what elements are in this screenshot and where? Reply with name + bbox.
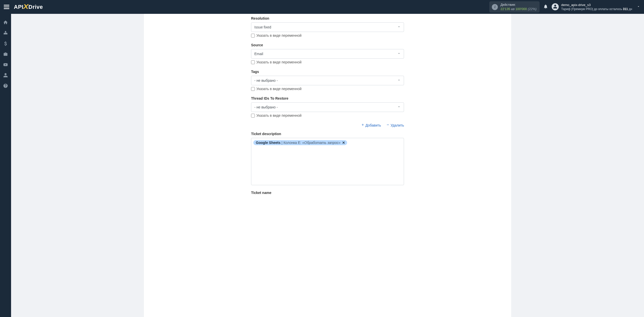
user-icon — [3, 73, 8, 78]
info-icon: i — [492, 4, 498, 10]
sidebar-help[interactable] — [0, 81, 11, 91]
ticket-description-input[interactable]: Google Sheets | Колонка E: «Обработать з… — [251, 138, 404, 185]
resolution-variable-checkbox[interactable] — [251, 34, 255, 37]
tags-label: Tags — [251, 70, 404, 74]
tag-separator: | — [281, 141, 283, 145]
thread-ids-actions: Добавить Удалить — [251, 123, 404, 127]
sidebar-home[interactable] — [0, 17, 11, 28]
field-source: Source Email Указать в виде переменной — [251, 43, 404, 64]
ticket-description-label: Ticket description — [251, 132, 404, 136]
main-content: Resolution Issue fixed Указать в виде пе… — [11, 14, 644, 317]
actions-used: 22'135 — [500, 7, 510, 11]
resolution-variable-toggle[interactable]: Указать в виде переменной — [251, 33, 404, 37]
actions-quota-badge[interactable]: i Действия: 22'135 из 100'000 (22%) — [489, 1, 539, 13]
tag-column: Колонка E: — [284, 141, 301, 145]
sidebar-briefcase[interactable] — [0, 49, 11, 60]
thread-ids-label: Thread IDs To Restore — [251, 96, 404, 100]
form-panel: Resolution Issue fixed Указать в виде пе… — [144, 14, 511, 317]
actions-label: Действия: — [500, 3, 536, 7]
thread-ids-variable-toggle[interactable]: Указать в виде переменной — [251, 113, 404, 117]
add-button[interactable]: Добавить — [361, 123, 381, 127]
source-variable-toggle[interactable]: Указать в виде переменной — [251, 60, 404, 64]
header-expand[interactable] — [637, 5, 640, 9]
source-label: Source — [251, 43, 404, 47]
tags-select[interactable]: - не выбрано - — [251, 76, 404, 85]
chevron-down-icon — [397, 25, 401, 29]
sidebar-video[interactable] — [0, 60, 11, 70]
minus-icon — [386, 123, 390, 127]
tags-value: - не выбрано - — [254, 78, 278, 83]
tag-source: Google Sheets — [256, 141, 280, 145]
user-icon — [553, 4, 557, 10]
thread-ids-select[interactable]: - не выбрано - — [251, 102, 404, 112]
sidebar — [0, 14, 11, 317]
variable-checkbox-label: Указать в виде переменной — [256, 33, 302, 37]
tag-remove-icon[interactable]: ✕ — [342, 141, 345, 145]
actions-total: 100'000 — [515, 7, 527, 11]
briefcase-icon — [3, 52, 8, 57]
resolution-value: Issue fixed — [254, 25, 271, 29]
source-select[interactable]: Email — [251, 49, 404, 59]
field-ticket-name: Ticket name — [251, 191, 404, 195]
actions-percent: (22%) — [528, 7, 537, 11]
field-thread-ids: Thread IDs To Restore - не выбрано - Ука… — [251, 96, 404, 117]
logo-drive: Drive — [28, 4, 43, 10]
plus-icon — [361, 123, 365, 127]
logo[interactable]: API X Drive — [14, 3, 43, 11]
logo-api: API — [14, 4, 23, 10]
delete-button[interactable]: Удалить — [386, 123, 404, 127]
variable-checkbox-label: Указать в виде переменной — [256, 60, 302, 64]
field-ticket-description: Ticket description Google Sheets | Колон… — [251, 132, 404, 185]
variable-checkbox-label: Указать в виде переменной — [256, 87, 302, 91]
chevron-down-icon — [637, 5, 640, 9]
source-variable-checkbox[interactable] — [251, 60, 255, 64]
sitemap-icon — [3, 30, 8, 36]
bell-icon — [543, 6, 548, 10]
description-source-tag[interactable]: Google Sheets | Колонка E: «Обработать з… — [253, 140, 347, 145]
question-icon — [3, 83, 8, 89]
user-menu[interactable]: demo_apix-drive_s3 Тариф |Премиум PRO| д… — [552, 3, 632, 11]
youtube-icon — [3, 62, 8, 68]
tag-value: «Обработать запрос» — [302, 141, 341, 145]
add-label: Добавить — [366, 123, 381, 127]
home-icon — [3, 20, 8, 26]
dollar-icon — [3, 41, 8, 47]
tags-variable-checkbox[interactable] — [251, 87, 255, 91]
variable-checkbox-label: Указать в виде переменной — [256, 113, 302, 117]
notifications-bell[interactable] — [543, 4, 548, 10]
sidebar-connections[interactable] — [0, 28, 11, 38]
user-name: demo_apix-drive_s3 — [561, 3, 632, 7]
thread-ids-value: - не выбрано - — [254, 105, 278, 109]
actions-of: из — [511, 7, 514, 11]
app-header: API X Drive i Действия: 22'135 из 100'00… — [0, 0, 644, 14]
field-resolution: Resolution Issue fixed Указать в виде пе… — [251, 16, 404, 37]
resolution-select[interactable]: Issue fixed — [251, 22, 404, 32]
user-plan: Тариф |Премиум PRO| до оплаты осталось 3… — [561, 7, 632, 11]
tags-variable-toggle[interactable]: Указать в виде переменной — [251, 87, 404, 91]
chevron-down-icon — [397, 78, 401, 83]
delete-label: Удалить — [391, 123, 404, 127]
thread-ids-variable-checkbox[interactable] — [251, 114, 255, 117]
chevron-down-icon — [397, 52, 401, 56]
source-value: Email — [254, 52, 263, 56]
avatar — [552, 3, 559, 10]
field-tags: Tags - не выбрано - Указать в виде перем… — [251, 70, 404, 91]
chevron-down-icon — [397, 105, 401, 109]
sidebar-billing[interactable] — [0, 38, 11, 49]
resolution-label: Resolution — [251, 16, 404, 20]
ticket-name-label: Ticket name — [251, 191, 404, 195]
logo-x-icon: X — [23, 3, 28, 11]
sidebar-profile[interactable] — [0, 70, 11, 81]
hamburger-menu[interactable] — [4, 5, 9, 9]
